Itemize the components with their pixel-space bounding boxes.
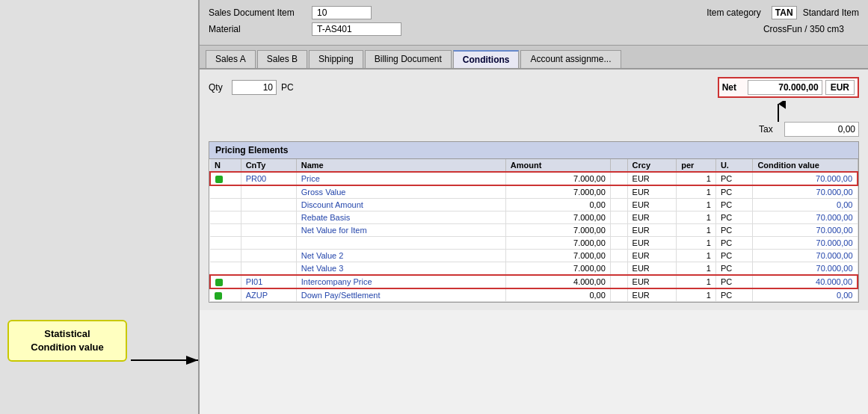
cell-name: Intercompany Price — [296, 275, 505, 288]
cell-amount: 7.000,00 — [505, 262, 610, 276]
cell-amount: 7.000,00 — [505, 185, 610, 199]
table-row[interactable]: Net Value 2 7.000,00 EUR 1 PC 70.000,00 — [210, 250, 858, 262]
cell-condval: 70.000,00 — [753, 211, 858, 224]
cell-cnty: AZUP — [241, 288, 296, 302]
net-arrow — [771, 101, 786, 123]
cell-per: 1 — [677, 262, 716, 276]
cell-cnty — [241, 211, 296, 224]
cell-u: PC — [715, 199, 753, 211]
cell-condval: 0,00 — [753, 288, 858, 302]
cell-crcy: EUR — [627, 250, 677, 262]
qty-unit: PC — [281, 82, 294, 93]
tab-sales-a[interactable]: Sales A — [206, 50, 256, 68]
cell-per: 1 — [677, 288, 716, 302]
pricing-title: Pricing Elements — [215, 145, 288, 155]
table-row[interactable]: AZUP Down Pay/Settlement 0,00 EUR 1 PC 0… — [210, 288, 858, 302]
cell-cnty — [241, 185, 296, 199]
cell-condval: 70.000,00 — [753, 250, 858, 262]
cell-per: 1 — [677, 224, 716, 237]
content-area: Qty 10 PC Net 70.000,00 EUR — [200, 69, 868, 310]
cell-crcy: EUR — [627, 224, 677, 237]
cell-crcy: EUR — [627, 172, 677, 185]
item-category-tag: TAN — [772, 6, 797, 19]
col-header-condval: Condition value — [753, 159, 858, 172]
cell-name: Net Value for Item — [296, 224, 505, 237]
qty-input[interactable]: 10 — [232, 80, 277, 95]
col-header-amount: Amount — [505, 159, 610, 172]
cell-per: 1 — [677, 199, 716, 211]
table-row[interactable]: Gross Value 7.000,00 EUR 1 PC 70.000,00 — [210, 185, 858, 199]
cell-u: PC — [715, 211, 753, 224]
net-value: 70.000,00 — [748, 80, 822, 95]
table-row[interactable]: Net Value for Item 7.000,00 EUR 1 PC 70.… — [210, 224, 858, 237]
table-row[interactable]: 7.000,00 EUR 1 PC 70.000,00 — [210, 237, 858, 250]
cell-spacer — [610, 224, 627, 237]
cell-amount: 4.000,00 — [505, 275, 610, 288]
col-header-cnty: CnTy — [241, 159, 296, 172]
cell-cnty — [241, 262, 296, 276]
left-panel: StatisticalCondition value — [0, 0, 198, 414]
cell-name: Net Value 2 — [296, 250, 505, 262]
cell-spacer — [610, 288, 627, 302]
tax-value: 0,00 — [784, 122, 859, 137]
material-label: Material — [209, 24, 306, 34]
cell-spacer — [610, 262, 627, 276]
cell-cnty: PI01 — [241, 275, 296, 288]
tab-billing-document[interactable]: Billing Document — [365, 50, 452, 68]
cell-u: PC — [715, 185, 753, 199]
cell-spacer — [610, 211, 627, 224]
net-label: Net — [722, 82, 745, 93]
cell-name: Rebate Basis — [296, 211, 505, 224]
cell-name: Net Value 3 — [296, 262, 505, 276]
table-row[interactable]: PR00 Price 7.000,00 EUR 1 PC 70.000,00 — [210, 172, 858, 185]
cell-spacer — [610, 172, 627, 185]
cell-spacer — [610, 275, 627, 288]
item-category-label: Item category — [694, 7, 761, 18]
cell-per: 1 — [677, 237, 716, 250]
col-header-spacer — [610, 159, 627, 172]
cell-amount: 7.000,00 — [505, 250, 610, 262]
col-header-name: Name — [296, 159, 505, 172]
cell-crcy: EUR — [627, 199, 677, 211]
cell-amount: 7.000,00 — [505, 224, 610, 237]
cell-n — [210, 185, 241, 199]
table-row[interactable]: PI01 Intercompany Price 4.000,00 EUR 1 P… — [210, 275, 858, 288]
cell-crcy: EUR — [627, 288, 677, 302]
cell-n — [210, 262, 241, 276]
cell-n — [210, 275, 241, 288]
cell-n — [210, 288, 241, 302]
cell-amount: 7.000,00 — [505, 211, 610, 224]
green-dot-icon — [215, 279, 223, 286]
tab-conditions[interactable]: Conditions — [453, 50, 520, 68]
table-row[interactable]: Rebate Basis 7.000,00 EUR 1 PC 70.000,00 — [210, 211, 858, 224]
sales-doc-item-label: Sales Document Item — [209, 7, 306, 18]
cell-crcy: EUR — [627, 211, 677, 224]
cell-spacer — [610, 185, 627, 199]
cell-u: PC — [715, 262, 753, 276]
tab-shipping[interactable]: Shipping — [309, 50, 363, 68]
cell-u: PC — [715, 237, 753, 250]
cell-u: PC — [715, 275, 753, 288]
pricing-header: Pricing Elements — [209, 142, 858, 159]
cell-crcy: EUR — [627, 185, 677, 199]
net-group: Net 70.000,00 EUR — [718, 77, 859, 98]
cell-spacer — [610, 250, 627, 262]
col-header-crcy: Crcy — [627, 159, 677, 172]
pricing-table-header: N CnTy Name Amount Crcy per U. Condition… — [210, 159, 858, 172]
qty-label: Qty — [209, 82, 227, 93]
green-dot-icon — [215, 292, 222, 300]
table-row[interactable]: Discount Amount 0,00 EUR 1 PC 0,00 — [210, 199, 858, 211]
tab-sales-b[interactable]: Sales B — [257, 50, 307, 68]
cell-spacer — [610, 199, 627, 211]
cell-n — [210, 224, 241, 237]
table-row[interactable]: Net Value 3 7.000,00 EUR 1 PC 70.000,00 — [210, 262, 858, 276]
cell-cnty — [241, 199, 296, 211]
tab-account-assignment[interactable]: Account assignme... — [520, 50, 621, 68]
col-header-u: U. — [715, 159, 753, 172]
material-desc: CrossFun / 350 cm3 — [763, 24, 844, 34]
pricing-table: N CnTy Name Amount Crcy per U. Condition… — [209, 159, 858, 302]
cell-name: Down Pay/Settlement — [296, 288, 505, 302]
cell-spacer — [610, 237, 627, 250]
header-section: Sales Document Item 10 Item category TAN… — [200, 0, 868, 46]
callout-text: StatisticalCondition value — [31, 328, 104, 353]
